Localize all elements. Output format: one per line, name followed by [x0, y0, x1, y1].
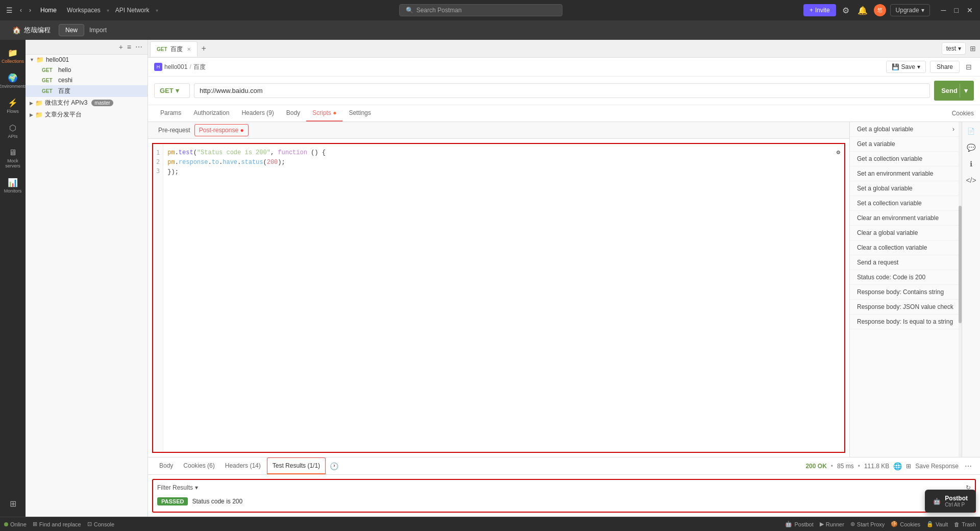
avatar[interactable]: 悠: [874, 4, 886, 16]
tab-settings[interactable]: Settings: [342, 105, 377, 122]
breadcrumb-collection[interactable]: hello001: [164, 63, 187, 70]
snippet-clear-env-var[interactable]: Clear an environment variable: [850, 211, 962, 226]
panel-toolbar: + ≡ ⋯: [26, 40, 148, 55]
filter-bar[interactable]: Filter Results ▾ ↻: [157, 484, 971, 495]
resp-tab-cookies[interactable]: Cookies (6): [178, 458, 219, 474]
scrollbar-thumb[interactable]: [959, 206, 962, 323]
online-status[interactable]: Online: [4, 521, 27, 527]
sidebar-item-mock[interactable]: 🖥 Mock servers: [1, 144, 24, 173]
menu-icon[interactable]: ☰: [4, 4, 15, 16]
more-options-icon[interactable]: ⋯: [963, 461, 974, 471]
send-button[interactable]: Send ▾: [934, 81, 974, 101]
close-button[interactable]: ✕: [964, 5, 976, 15]
resp-tab-headers[interactable]: Headers (14): [220, 458, 266, 474]
back-icon[interactable]: ‹: [18, 5, 24, 16]
tab-params[interactable]: Params: [154, 105, 187, 122]
word-wrap-icon[interactable]: ⊞: [906, 463, 911, 470]
invite-icon: +: [810, 7, 813, 14]
nav-api-network[interactable]: API Network: [111, 5, 154, 16]
tree-folder-wechat[interactable]: ▶ 📁 微信支付 APIv3 master: [26, 97, 148, 109]
snippet-get-collection-var[interactable]: Get a collection variable: [850, 152, 962, 166]
settings-icon[interactable]: ⚙: [840, 4, 851, 17]
add-collection-button[interactable]: +: [118, 42, 124, 52]
env-selector[interactable]: test ▾: [942, 42, 966, 55]
right-panel-docs-icon[interactable]: 📄: [964, 124, 978, 138]
request-tab-baidu[interactable]: GET 百度 ✕: [150, 41, 198, 57]
console-button[interactable]: ⊡ Console: [87, 521, 114, 527]
right-panel-toggle-icon[interactable]: ⊟: [964, 61, 974, 73]
minimize-button[interactable]: ─: [938, 5, 949, 15]
send-dropdown-icon[interactable]: ▾: [960, 84, 972, 98]
snippet-resp-body-string[interactable]: Response body: Contains string: [850, 285, 962, 300]
forward-icon[interactable]: ›: [27, 5, 33, 16]
snippet-set-collection-var[interactable]: Set a collection variable: [850, 196, 962, 211]
layout-toggle-icon[interactable]: ⊞: [968, 42, 978, 55]
import-button[interactable]: Import: [84, 25, 112, 36]
environments-icon: 🌍: [8, 73, 18, 83]
tree-request-baidu[interactable]: GET 百度: [26, 85, 148, 97]
nav-workspaces[interactable]: Workspaces: [63, 5, 105, 16]
sidebar-item-extensions[interactable]: ⊞: [1, 495, 24, 513]
snippet-set-env-var[interactable]: Set an environment variable: [850, 166, 962, 181]
vault-button[interactable]: 🔒 Vault: [926, 521, 948, 527]
pre-request-tab[interactable]: Pre-request: [154, 125, 194, 136]
postbot-float[interactable]: 🤖 Postbot Ctrl Alt P: [925, 490, 976, 513]
tree-folder-hello001[interactable]: ▼ 📁 hello001: [26, 55, 148, 65]
snippet-clear-global-var[interactable]: Clear a global variable: [850, 226, 962, 240]
topbar: ☰ ‹ › Home Workspaces ▾ API Network ▾ 🔍 …: [0, 0, 980, 20]
find-replace-button[interactable]: ⊞ Find and replace: [33, 521, 81, 527]
save-response-button[interactable]: Save Response: [915, 463, 959, 470]
sidebar-item-flows[interactable]: ⚡ Flows: [1, 94, 24, 118]
postbot-button[interactable]: 🤖 Postbot: [785, 521, 813, 527]
snippet-set-global-var[interactable]: Set a global variable: [850, 181, 962, 196]
method-select[interactable]: GET ▾: [154, 83, 190, 98]
bell-icon[interactable]: 🔔: [855, 4, 870, 17]
tab-headers[interactable]: Headers (9): [235, 105, 280, 122]
cookies-link[interactable]: Cookies: [952, 106, 974, 121]
share-button[interactable]: Share: [930, 61, 960, 73]
post-response-tab[interactable]: Post-response ●: [194, 124, 249, 136]
sidebar-item-monitors[interactable]: 📊 Monitors: [1, 174, 24, 198]
add-tab-button[interactable]: +: [198, 41, 210, 56]
new-button[interactable]: New: [59, 24, 84, 36]
right-panel-comments-icon[interactable]: 💬: [964, 140, 978, 155]
snippet-resp-body-json[interactable]: Response body: JSON value check: [850, 300, 962, 315]
sidebar-item-apis[interactable]: ⬡ APIs: [1, 119, 24, 143]
invite-button[interactable]: + Invite: [803, 4, 836, 16]
sidebar-item-collections[interactable]: 📁 Collections: [1, 44, 24, 68]
tree-request-ceshi[interactable]: GET ceshi: [26, 75, 148, 85]
trash-button[interactable]: 🗑 Trash: [954, 521, 976, 527]
runner-button[interactable]: ▶ Runner: [820, 521, 844, 527]
close-tab-icon[interactable]: ✕: [187, 46, 191, 52]
editor-settings-icon[interactable]: ⚙: [837, 148, 840, 158]
right-panel-info-icon[interactable]: ℹ: [964, 157, 978, 171]
clock-icon[interactable]: 🕐: [327, 458, 341, 474]
snippet-send-request[interactable]: Send a request: [850, 255, 962, 270]
snippet-get-var[interactable]: Get a variable: [850, 137, 962, 152]
start-proxy-button[interactable]: ⊛ Start Proxy: [850, 521, 885, 527]
snippet-clear-collection-var[interactable]: Clear a collection variable: [850, 240, 962, 255]
right-panel-code-icon[interactable]: </>: [964, 173, 978, 187]
sidebar-item-environments[interactable]: 🌍 Environments: [1, 69, 24, 93]
snippet-get-global-var[interactable]: Get a global variable ›: [850, 122, 962, 137]
save-button[interactable]: 💾 Save ▾: [886, 61, 926, 73]
url-input[interactable]: [194, 83, 930, 98]
snippet-status-200[interactable]: Status code: Code is 200: [850, 270, 962, 285]
nav-home[interactable]: Home: [36, 5, 61, 16]
code-content[interactable]: pm.test("Status code is 200", function (…: [163, 144, 844, 452]
tab-body[interactable]: Body: [280, 105, 306, 122]
tab-auth[interactable]: Authorization: [187, 105, 235, 122]
resp-tab-body[interactable]: Body: [154, 458, 178, 474]
maximize-button[interactable]: □: [951, 5, 962, 15]
tree-folder-wenzhang[interactable]: ▶ 📁 文章分发平台: [26, 109, 148, 120]
snippet-resp-body-equal[interactable]: Response body: Is equal to a string: [850, 315, 962, 329]
collection-menu-button[interactable]: ≡: [126, 42, 132, 52]
cookies-button[interactable]: 🍪 Cookies: [891, 521, 920, 527]
tree-request-hello[interactable]: GET hello: [26, 65, 148, 75]
tab-scripts[interactable]: Scripts ●: [306, 105, 342, 122]
collection-more-button[interactable]: ⋯: [134, 42, 143, 52]
flows-icon: ⚡: [8, 98, 18, 108]
upgrade-button[interactable]: Upgrade ▾: [890, 4, 930, 16]
search-bar[interactable]: 🔍 Search Postman: [399, 4, 562, 16]
resp-tab-test-results[interactable]: Test Results (1/1): [267, 457, 326, 474]
